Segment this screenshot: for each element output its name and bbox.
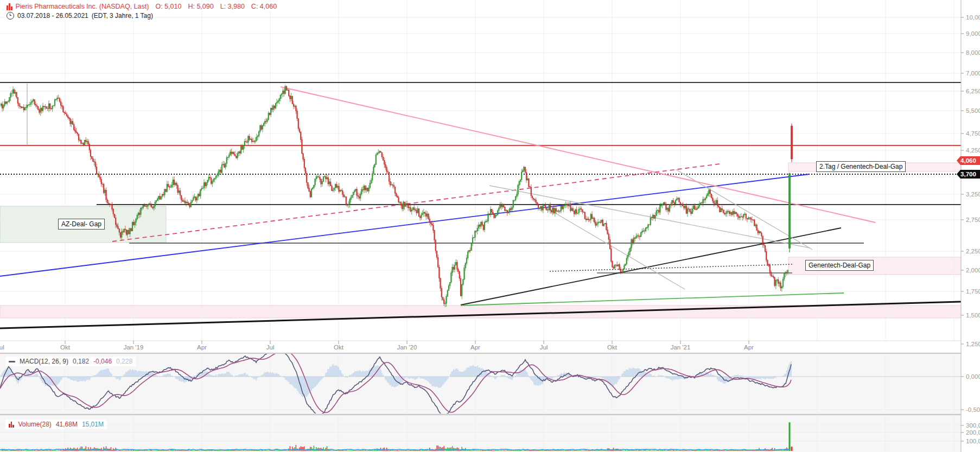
svg-text:9,000: 9,000 [966, 30, 980, 37]
macd-value: 0,182 [73, 358, 89, 365]
instrument-title: Pieris Pharmaceuticals Inc. (NASDAQ, Las… [16, 3, 149, 10]
svg-text:1,750: 1,750 [966, 288, 980, 295]
macd-line-icon [9, 361, 15, 362]
pink-trendline [281, 87, 875, 222]
lower-pink-band [0, 305, 961, 318]
chart-window: JulOktJan '19AprJulOktJan '20AprJulOktJa… [0, 0, 980, 452]
volume-name: Volume(28) [18, 421, 52, 428]
svg-text:1,500: 1,500 [966, 312, 980, 319]
volume-legend[interactable]: Volume(28) 41,68M 15,01M [5, 419, 107, 429]
svg-text:200,00M: 200,00M [966, 429, 980, 436]
clock-icon [7, 12, 14, 20]
svg-text:4,250: 4,250 [966, 147, 980, 154]
volume-average: 15,01M [82, 421, 104, 428]
last-price-badge: 4,060 [957, 156, 980, 165]
svg-text:100,00M: 100,00M [966, 438, 980, 444]
macd-legend[interactable]: MACD(12, 26, 9) 0,182 -0,046 0,228 [5, 356, 136, 366]
pane-backgrounds [0, 353, 980, 452]
price-chart-canvas[interactable]: JulOktJan '19AprJulOktJan '20AprJulOktJa… [0, 0, 980, 452]
svg-text:Okt: Okt [60, 344, 71, 351]
svg-text:Okt: Okt [334, 344, 344, 351]
genentech-gap-label[interactable]: Genentech-Deal-Gap [805, 260, 874, 271]
svg-text:Jul: Jul [266, 344, 275, 351]
gap-level-badge: 3,700 [957, 170, 980, 179]
svg-text:Jul: Jul [0, 344, 4, 351]
macd-name: MACD(12, 26, 9) [20, 358, 68, 365]
low-value: L: 3,980 [220, 3, 245, 10]
timeframe: (EDT, 3 Jahre, 1 Tag) [92, 12, 153, 20]
svg-text:2,000: 2,000 [966, 267, 980, 273]
black-rising-trendline [461, 228, 841, 305]
close-value: C: 4,060 [251, 3, 277, 10]
price-axis[interactable]: 10,0009,0008,0007,0006,2505,5004,7504,25… [961, 0, 980, 452]
candlestick-icon [7, 3, 12, 10]
svg-text:Jan '21: Jan '21 [671, 344, 691, 351]
svg-text:Okt: Okt [607, 344, 618, 351]
gap-bands [0, 163, 961, 318]
pink-dashed-trendline [112, 164, 720, 241]
svg-text:2,250: 2,250 [966, 248, 980, 254]
genentech-day2-gap-label[interactable]: 2.Tag / Genentech-Deal-Gap [816, 161, 906, 172]
high-value: H: 5,090 [188, 3, 213, 10]
volume-current: 41,68M [56, 421, 78, 428]
svg-text:Apr: Apr [470, 344, 480, 351]
date-range: 03.07.2018 - 26.05.2021 [17, 12, 88, 20]
green-trendline [461, 293, 844, 305]
candles[interactable] [1, 85, 792, 307]
svg-text:8,000: 8,000 [966, 49, 980, 56]
date-range-bar[interactable]: 03.07.2018 - 26.05.2021 (EDT, 3 Jahre, 1… [4, 11, 155, 20]
svg-text:Jan '19: Jan '19 [124, 344, 144, 351]
svg-text:3,250: 3,250 [966, 191, 980, 198]
svg-text:6,250: 6,250 [966, 88, 980, 94]
svg-text:0,000: 0,000 [966, 373, 980, 380]
svg-text:-0,500: -0,500 [966, 406, 980, 413]
svg-text:2,750: 2,750 [966, 217, 980, 223]
gray-fan-line-3 [489, 186, 810, 248]
az-deal-gap-label[interactable]: AZ-Deal- Gap [58, 219, 105, 230]
svg-text:Jul: Jul [540, 344, 548, 351]
svg-text:1,250: 1,250 [966, 341, 980, 347]
svg-text:Apr: Apr [197, 344, 207, 351]
macd-hist-value: 0,228 [116, 358, 132, 365]
open-value: O: 5,010 [155, 3, 181, 10]
svg-text:Jan '20: Jan '20 [397, 344, 417, 351]
svg-text:Apr: Apr [744, 344, 754, 351]
instrument-header[interactable]: Pieris Pharmaceuticals Inc. (NASDAQ, Las… [4, 2, 279, 11]
svg-text:5,500: 5,500 [966, 107, 980, 114]
svg-text:10,000: 10,000 [966, 14, 980, 21]
svg-text:300,00M: 300,00M [966, 422, 980, 429]
macd-signal-value: -0,046 [93, 358, 112, 365]
svg-text:4,750: 4,750 [966, 130, 980, 137]
volume-bars-icon [9, 422, 14, 428]
svg-text:7,000: 7,000 [966, 70, 980, 77]
